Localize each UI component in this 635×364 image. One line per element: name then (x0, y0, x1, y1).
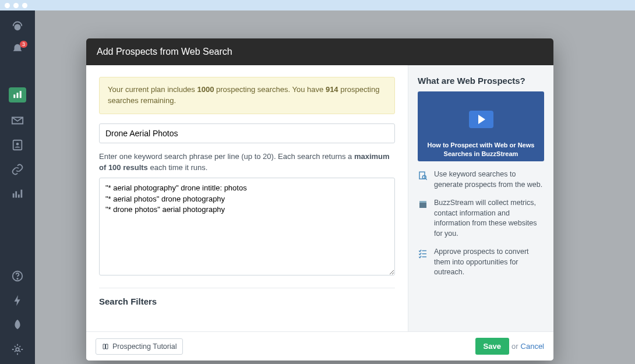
video-caption: How to Prospect with Web or News Searche… (418, 137, 544, 161)
window-titlebar (0, 0, 635, 10)
traffic-light-minimize-icon[interactable] (13, 3, 19, 8)
cancel-link[interactable]: Cancel (521, 342, 544, 351)
divider (99, 288, 395, 288)
svg-point-5 (16, 143, 19, 146)
sidebar-item-boost[interactable] (11, 294, 24, 307)
modal-title: Add Prospects from Web Search (86, 38, 553, 65)
search-name-input[interactable] (99, 123, 395, 143)
queries-textarea[interactable] (99, 178, 395, 275)
sidebar-item-launch[interactable] (11, 319, 24, 331)
sidebar-item-outreach[interactable] (11, 114, 24, 127)
add-prospects-modal: Add Prospects from Web Search Your curre… (86, 38, 553, 361)
queries-help-text: Enter one keyword search phrase per line… (99, 151, 395, 174)
notifications-badge: 3 (20, 41, 27, 48)
search-filters-heading: Search Filters (99, 296, 395, 306)
plan-searches-total: 1000 (197, 85, 214, 94)
sidebar-item-contacts[interactable] (11, 139, 24, 151)
app-sidebar: 3 (0, 10, 35, 364)
traffic-light-close-icon[interactable] (5, 3, 10, 8)
play-icon[interactable] (469, 111, 493, 128)
tutorial-video[interactable]: How to Prospect with Web or News Searche… (418, 91, 544, 161)
checklist-icon (418, 248, 428, 259)
svg-rect-1 (13, 94, 15, 98)
svg-rect-9 (21, 190, 23, 198)
svg-rect-22 (419, 203, 426, 208)
modal-sidebar: What are Web Prospects? How to Prospect … (408, 65, 553, 331)
benefit-item: Use keyword searches to generate prospec… (418, 169, 544, 190)
prospecting-tutorial-button[interactable]: Prospecting Tutorial (96, 338, 183, 355)
svg-rect-23 (419, 201, 426, 203)
book-icon (102, 343, 109, 350)
modal-footer: Prospecting Tutorial Save or Cancel (86, 331, 553, 361)
sidebar-item-links[interactable] (11, 163, 24, 176)
sidebar-title: What are Web Prospects? (418, 76, 544, 86)
svg-rect-2 (17, 93, 19, 98)
sidebar-item-help[interactable] (11, 270, 24, 282)
svg-rect-7 (15, 191, 17, 197)
svg-point-11 (17, 278, 17, 279)
sidebar-item-settings[interactable] (11, 343, 24, 356)
sidebar-item-reports[interactable] (11, 188, 24, 200)
svg-rect-6 (13, 193, 15, 197)
svg-rect-3 (20, 91, 22, 98)
search-doc-icon (418, 171, 428, 181)
svg-rect-8 (18, 195, 20, 198)
traffic-light-zoom-icon[interactable] (22, 3, 27, 8)
svg-point-0 (15, 24, 21, 30)
sidebar-item-research[interactable] (9, 87, 26, 103)
plan-searches-remaining: 914 (326, 85, 338, 94)
svg-point-12 (16, 348, 19, 351)
modal-main: Your current plan includes 1000 prospect… (86, 65, 408, 331)
benefit-item: Approve prospects to convert them into o… (418, 247, 544, 278)
notifications-icon[interactable]: 3 (11, 43, 24, 56)
benefit-item: BuzzStream will collect metrics, contact… (418, 198, 544, 239)
logo-icon[interactable] (11, 19, 24, 31)
plan-usage-alert: Your current plan includes 1000 prospect… (99, 77, 395, 114)
box-icon (418, 199, 428, 210)
save-button[interactable]: Save (475, 338, 509, 355)
